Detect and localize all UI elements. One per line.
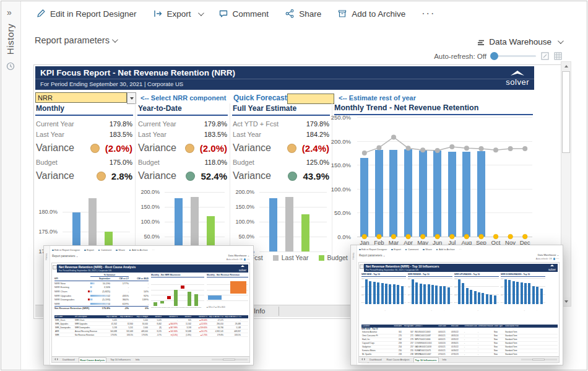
kpi-variance-table: % Variance KPISeptemberCM vs LYCM vs BUD…: [54, 274, 149, 310]
comment-button[interactable]: Comment: [218, 9, 269, 19]
root-cause-analysis-window[interactable]: History Edit in Report DesignerExportCom…: [43, 245, 254, 365]
mini-edit-button[interactable]: Edit in Report Designer: [52, 248, 80, 251]
edit-cell-icon[interactable]: [541, 52, 549, 60]
status-dot: [90, 144, 100, 153]
outline-expander[interactable]: [53, 265, 57, 269]
tab-nav-arrows[interactable]: [361, 358, 366, 361]
status-dot: [186, 172, 195, 181]
variance-row: Variance(2.4%): [232, 139, 330, 157]
forecast-hint-label: <-- Estimate rest of year: [339, 94, 416, 102]
mini-bar: [301, 214, 309, 251]
status-dot: [288, 172, 297, 181]
mini-bar: [89, 198, 97, 251]
history-sidebar: » History: [1, 1, 21, 370]
quick-forecast-field: [287, 92, 334, 104]
mini-comment-button[interactable]: Comment: [98, 248, 111, 251]
mini-more-button[interactable]: ···: [459, 248, 462, 251]
variance-row: Variance2.8%: [35, 167, 133, 185]
sheet-tab[interactable]: Root Cause Analysis: [79, 357, 107, 362]
mini-report-header: Net Revenue Retention (NRR) - Root Cause…: [57, 264, 248, 273]
mini-report-subtitle: For Period Ending September 30, 2021 | C…: [59, 269, 111, 272]
chevron-down-icon: [198, 10, 204, 16]
trend-y-axis: 0.0%50.0%100.0%150.0%200.0%250.0%: [330, 117, 355, 237]
top10-chart: NRR RENEW - Top 10 265133660 IndustrialO…: [408, 273, 452, 311]
column-divider: [230, 103, 230, 256]
auto-refresh-slider[interactable]: [491, 55, 536, 57]
table-row: NRR Existing 2,326 --: [54, 286, 149, 290]
detail-table: KPI CodeKPI DescriptionSep 21 ActualSep …: [54, 315, 248, 337]
sheet-tab-info[interactable]: Info: [254, 305, 265, 317]
top10-chart: NRR NEW - Top 10 4502251130 IndustrialOm…: [361, 273, 406, 311]
report-header: KPI Focus Report - Net Revenue Retention…: [35, 66, 534, 90]
mini-data-warehouse[interactable]: Data Warehouse ⌄: [228, 254, 249, 257]
pencil-icon: [36, 9, 46, 19]
kpi-row: Budget118.0%: [137, 157, 228, 167]
kpi-row: Last Year183.5%: [137, 129, 228, 139]
mini-edit-button[interactable]: Edit in Report Designer: [359, 248, 387, 251]
sheet-tab[interactable]: Dashboard: [61, 357, 76, 362]
sheet-tab[interactable]: Root Cause Analysis: [386, 357, 411, 362]
horizontal-scrollbar[interactable]: [521, 359, 557, 361]
scrollbar-thumb[interactable]: [562, 71, 570, 153]
kpi-column-0: Monthly Current Year179.8%Last Year183.5…: [35, 103, 133, 259]
tab-nav-arrows[interactable]: [54, 358, 59, 361]
data-warehouse-dropdown[interactable]: Data Warehouse: [477, 37, 562, 46]
sheet-tab[interactable]: Info: [134, 357, 141, 362]
mini-auto-refresh: Auto-refresh: Off ──: [227, 258, 249, 261]
sheet-tab[interactable]: Dashboard: [368, 357, 383, 362]
sheet-tab[interactable]: Top 10 Influencers: [109, 357, 132, 362]
sheet-tab[interactable]: Top 10 Influencers: [413, 357, 439, 362]
report-subtitle: For Period Ending September 30, 2021 | C…: [40, 81, 183, 87]
more-options-button[interactable]: ···: [422, 8, 435, 19]
trend-chart-title: Monthly Trend - Net Revenue Retention: [334, 103, 533, 115]
horizontal-scrollbar[interactable]: [212, 359, 248, 361]
kpi-row: Current Year179.8%: [137, 118, 228, 129]
kpi-column-1: Year-to-Date Current Year179.8%Last Year…: [137, 103, 228, 259]
mini-history-sidebar: History: [351, 245, 357, 365]
top10-chart: NRR DOWNGRADES - Top 10 4702351180 Indus…: [501, 273, 545, 311]
mini-bar: [175, 198, 183, 251]
mini-archive-button[interactable]: Add to Archive: [436, 248, 455, 251]
variance-row: Variance(2.0%): [137, 139, 228, 157]
share-button[interactable]: Share: [285, 9, 321, 19]
dropdown-button[interactable]: [127, 92, 136, 104]
mini-toolbar: Edit in Report DesignerExportCommentShar…: [52, 248, 159, 251]
mini-more-button[interactable]: ···: [152, 248, 155, 251]
table-row: NRR Churn (5,825) -14%: [54, 289, 149, 294]
sheet-tab[interactable]: Info: [441, 357, 448, 362]
mini-report-parameters[interactable]: Report parameters ⌄: [52, 255, 79, 258]
history-label[interactable]: History: [5, 24, 15, 55]
grid-view-icon[interactable]: [554, 52, 562, 60]
history-clock-icon: [6, 62, 15, 71]
export-button[interactable]: Export: [153, 9, 202, 19]
auto-refresh-label: Auto-refresh: Off: [434, 53, 486, 60]
outline-expander[interactable]: [360, 264, 364, 269]
top-10-influencers-window[interactable]: History Edit in Report DesignerExportCom…: [350, 245, 563, 365]
report-parameters-dropdown[interactable]: Report parameters: [35, 35, 116, 45]
slider-knob[interactable]: [490, 52, 498, 60]
mini-toolbar: Edit in Report DesignerExportCommentShar…: [359, 248, 466, 251]
mini-share-button[interactable]: Share: [423, 248, 432, 251]
mini-data-warehouse[interactable]: Data Warehouse ⌄: [538, 253, 559, 256]
table-row: NRR Downgrades (5,193) 360%139%: [54, 297, 149, 302]
mini-comment-button[interactable]: Comment: [405, 248, 418, 251]
mini-export-button[interactable]: Export: [84, 248, 94, 251]
edit-in-report-designer-button[interactable]: Edit in Report Designer: [36, 9, 137, 19]
mini-sheet-tab-bar: DashboardRoot Cause AnalysisTop 10 Influ…: [359, 356, 559, 362]
quick-forecast-input[interactable]: [287, 94, 334, 104]
nrr-component-input[interactable]: [35, 92, 127, 103]
mini-history-sidebar: History: [44, 246, 50, 365]
scroll-up-arrow[interactable]: [561, 62, 571, 71]
mini-report-parameters[interactable]: Report parameters ⌄: [359, 254, 386, 257]
column-divider: [135, 103, 136, 256]
mini-auto-refresh: Auto-refresh: Off ──: [536, 258, 559, 260]
expand-sidebar-icon[interactable]: »: [7, 7, 12, 17]
mini-share-button[interactable]: Share: [116, 248, 125, 251]
add-to-archive-button[interactable]: Add to Archive: [337, 9, 405, 19]
mini-export-button[interactable]: Export: [391, 248, 401, 251]
mini-report-canvas: Net Revenue Retention (NRR) - Top 10 Inf…: [358, 262, 560, 363]
mini-archive-button[interactable]: Add to Archive: [129, 248, 148, 251]
status-dot: [185, 144, 194, 153]
report-title: KPI Focus Report - Net Revenue Retention…: [40, 68, 235, 77]
mini-report-title: Net Revenue Retention (NRR) - Root Cause…: [59, 265, 136, 269]
